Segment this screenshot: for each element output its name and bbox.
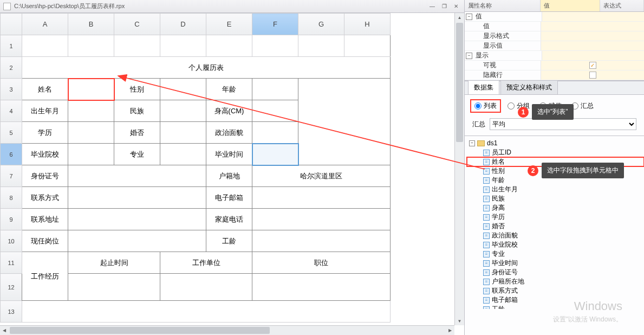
field-icon: ≡ <box>483 269 490 276</box>
watermark-sub: 设置"以激活 Windows。 <box>553 315 622 324</box>
label-sex[interactable]: 性别 <box>114 79 160 100</box>
callout-badge-1: 1 <box>518 107 529 118</box>
col-header-D[interactable]: D <box>160 14 206 35</box>
field-icon: ≡ <box>483 196 490 202</box>
field-icon: ≡ <box>483 242 490 248</box>
document-icon <box>3 3 11 10</box>
row-header-2[interactable]: 2 <box>1 57 22 79</box>
spreadsheet-grid[interactable]: A B C D E F G H 1 2 个人履历表 3 姓名 性别 年龄 <box>0 13 454 325</box>
ds-field-员工ID[interactable]: ≡员工ID <box>467 148 644 157</box>
radio-list[interactable]: 列表 <box>470 99 501 113</box>
field-icon: ≡ <box>483 288 490 294</box>
row-header-10[interactable]: 10 <box>1 230 22 252</box>
field-icon: ≡ <box>483 186 490 193</box>
ds-field-专业[interactable]: ≡专业 <box>467 249 644 259</box>
corner-cell[interactable] <box>1 14 22 35</box>
row-header-11[interactable]: 11 <box>1 252 22 274</box>
callout-text-1: 选中"列表" <box>532 104 574 120</box>
dataset-root[interactable]: − ds1 <box>467 138 644 148</box>
ds-field-毕业院校[interactable]: ≡毕业院校 <box>467 240 644 249</box>
col-header-C[interactable]: C <box>114 14 160 35</box>
aggregate-label: 汇总 <box>472 120 485 129</box>
row-header-1[interactable]: 1 <box>1 35 22 57</box>
minimize-button[interactable]: — <box>427 3 437 10</box>
form-title[interactable]: 个人履历表 <box>22 57 391 79</box>
row-header-9[interactable]: 9 <box>1 209 22 230</box>
field-icon: ≡ <box>483 177 490 184</box>
close-button[interactable]: ✕ <box>451 3 461 10</box>
scroll-thumb-v[interactable] <box>456 23 463 142</box>
ds-field-民族[interactable]: ≡民族 <box>467 194 644 203</box>
collapse-icon[interactable]: − <box>466 53 472 59</box>
row-header-5[interactable]: 5 <box>1 122 22 144</box>
selected-cell-F6[interactable] <box>252 144 298 165</box>
dataset-tree[interactable]: − ds1 ≡员工ID≡姓名≡性别≡年龄≡出生年月≡民族≡身高≡学历≡婚否≡政治… <box>465 136 644 309</box>
row-header-12[interactable]: 12 <box>1 274 22 301</box>
ds-field-户籍所在地[interactable]: ≡户籍所在地 <box>467 277 644 286</box>
ds-field-身份证号[interactable]: ≡身份证号 <box>467 268 644 277</box>
row-header-3[interactable]: 3 <box>1 79 22 100</box>
collapse-icon[interactable]: − <box>466 14 472 20</box>
tab-bar: 数据集 预定义格和样式 <box>465 81 644 95</box>
callout-text-2: 选中字段拖拽到单元格中 <box>542 163 624 178</box>
cell-sex-value[interactable] <box>160 79 206 100</box>
photo-cell[interactable] <box>298 79 391 165</box>
callout-2: 2 选中字段拖拽到单元格中 <box>528 163 624 178</box>
radio-summary[interactable]: 汇总 <box>571 101 594 111</box>
field-icon: ≡ <box>483 233 490 239</box>
field-icon: ≡ <box>483 205 490 211</box>
callout-1: 1 选中"列表" <box>518 104 574 120</box>
scroll-down-icon[interactable]: ▼ <box>455 317 464 325</box>
col-header-F[interactable]: F <box>252 14 298 35</box>
property-tree[interactable]: −值 值 显示格式 显示值 −显示 可视 隐藏行 <box>465 12 644 81</box>
horizontal-scrollbar[interactable]: ◀ ▶ <box>0 325 454 335</box>
visible-checkbox[interactable] <box>589 62 596 69</box>
col-header-H[interactable]: H <box>344 14 391 35</box>
field-icon: ≡ <box>483 168 490 175</box>
hiderow-checkbox[interactable] <box>589 72 596 79</box>
ds-field-政治面貌[interactable]: ≡政治面貌 <box>467 231 644 240</box>
ds-field-身高[interactable]: ≡身高 <box>467 203 644 212</box>
property-header: 属性名称 值 表达式 <box>465 0 644 12</box>
row-header-7[interactable]: 7 <box>1 165 22 187</box>
editor-pane: C:\Users\hp-pc\Desktop\员工履历表样.rpx — ❐ ✕ … <box>0 0 465 335</box>
scroll-thumb-h[interactable] <box>10 327 270 334</box>
cell-name-value[interactable] <box>68 79 114 100</box>
row-header-6[interactable]: 6 <box>1 144 22 165</box>
scroll-up-icon[interactable]: ▲ <box>455 13 464 22</box>
tab-predefined[interactable]: 预定义格和样式 <box>500 80 558 94</box>
row-header-8[interactable]: 8 <box>1 187 22 209</box>
ds-field-电子邮箱[interactable]: ≡电子邮箱 <box>467 295 644 305</box>
col-header-E[interactable]: E <box>206 14 252 35</box>
scroll-right-icon[interactable]: ▶ <box>446 326 454 335</box>
ds-field-工龄[interactable]: ≡工龄 <box>467 305 644 309</box>
label-age[interactable]: 年龄 <box>206 79 252 100</box>
tab-dataset[interactable]: 数据集 <box>468 80 499 94</box>
field-icon: ≡ <box>483 260 490 267</box>
field-icon: ≡ <box>483 223 490 230</box>
folder-icon <box>477 140 485 146</box>
collapse-icon[interactable]: − <box>469 140 475 146</box>
ds-field-婚否[interactable]: ≡婚否 <box>467 222 644 231</box>
vertical-scrollbar[interactable]: ▲ ▼ <box>454 13 464 325</box>
col-header-B[interactable]: B <box>68 14 114 35</box>
ds-field-学历[interactable]: ≡学历 <box>467 212 644 222</box>
col-header-A[interactable]: A <box>22 14 68 35</box>
scroll-left-icon[interactable]: ◀ <box>0 326 9 335</box>
field-icon: ≡ <box>483 279 490 285</box>
callout-badge-2: 2 <box>528 165 538 176</box>
ds-field-毕业时间[interactable]: ≡毕业时间 <box>467 259 644 268</box>
row-header-13[interactable]: 13 <box>1 301 22 323</box>
cell-age-value[interactable] <box>252 79 298 100</box>
field-icon: ≡ <box>483 297 490 304</box>
label-name[interactable]: 姓名 <box>22 79 68 100</box>
col-header-G[interactable]: G <box>298 14 344 35</box>
prop-col-value: 值 <box>541 0 600 11</box>
field-icon: ≡ <box>483 214 490 221</box>
ds-field-联系方式[interactable]: ≡联系方式 <box>467 286 644 295</box>
ds-field-出生年月[interactable]: ≡出生年月 <box>467 185 644 194</box>
file-path: C:\Users\hp-pc\Desktop\员工履历表样.rpx <box>14 2 425 10</box>
row-header-4[interactable]: 4 <box>1 100 22 122</box>
aggregate-select[interactable]: 平均 <box>490 118 636 130</box>
restore-button[interactable]: ❐ <box>439 3 449 10</box>
